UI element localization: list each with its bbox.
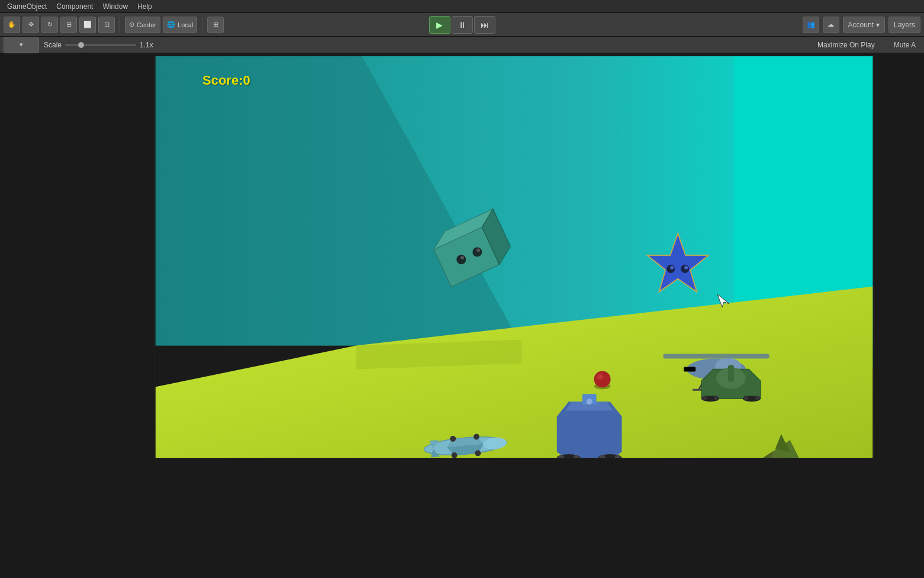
rect-tool-button[interactable]: ⬜	[79, 17, 96, 33]
svg-point-55	[714, 396, 719, 400]
space-icon: 🌐	[167, 21, 175, 28]
rotate-icon: ↻	[47, 21, 53, 28]
multi-tool-button[interactable]: ⊡	[98, 17, 115, 33]
center-pivot-button[interactable]: ⊙ Center	[125, 17, 160, 33]
step-icon: ⏭	[481, 20, 489, 30]
hand-icon: ✋	[8, 21, 16, 28]
right-toolbar: 👥 ☁ Account ▾ Layers	[803, 17, 920, 33]
separator-1	[120, 17, 120, 33]
menu-item-gameobject[interactable]: GameObject	[2, 1, 51, 12]
scale-container: Scale 1.1x	[44, 41, 153, 49]
hand-tool-button[interactable]: ✋	[4, 17, 20, 33]
collab-icon-button[interactable]: 👥	[803, 17, 819, 33]
move-tool-button[interactable]: ✥	[22, 17, 39, 33]
collab-icon: 👥	[807, 21, 815, 28]
svg-rect-44	[684, 367, 696, 371]
game-scene-svg	[155, 56, 873, 458]
play-button[interactable]: ▶	[429, 16, 450, 34]
account-dropdown-icon: ▾	[876, 21, 880, 29]
cloud-button[interactable]: ☁	[823, 17, 839, 33]
svg-point-35	[587, 399, 593, 404]
secondary-toolbar: ▾ Scale 1.1x Maximize On Play Mute A	[0, 37, 924, 53]
scale-label: Scale	[44, 41, 62, 49]
maximize-on-play-button[interactable]: Maximize On Play	[813, 40, 880, 50]
menu-item-help[interactable]: Help	[133, 1, 157, 12]
scale-value: 1.1x	[140, 41, 153, 49]
menu-bar: GameObject Component Window Help	[0, 0, 924, 13]
rect-icon: ⬜	[83, 21, 92, 28]
layers-button[interactable]: Layers	[888, 17, 920, 33]
scale-icon: ⊞	[66, 21, 72, 28]
svg-point-57	[755, 396, 760, 400]
separator-2	[202, 17, 202, 33]
local-space-button[interactable]: 🌐 Local	[163, 17, 197, 33]
pivot-icon: ⊙	[129, 21, 134, 28]
svg-point-21	[597, 374, 603, 380]
main-toolbar: ✋ ✥ ↻ ⊞ ⬜ ⊡ ⊙ Center 🌐 Local ⊞ ▶ ⏸ ⏭	[0, 13, 924, 37]
rotate-tool-button[interactable]: ↻	[41, 17, 58, 33]
svg-point-15	[670, 266, 674, 269]
scale-slider[interactable]	[65, 44, 136, 46]
scene-selector[interactable]: ▾	[4, 37, 39, 53]
space-label: Local	[178, 21, 193, 28]
scene-background: Score:0	[155, 56, 873, 458]
svg-rect-42	[663, 354, 769, 359]
svg-point-54	[702, 396, 707, 400]
cloud-icon: ☁	[828, 21, 834, 28]
play-controls: ▶ ⏸ ⏭	[429, 16, 495, 34]
pause-icon: ⏸	[458, 20, 466, 30]
grid-button[interactable]: ⊞	[207, 17, 224, 33]
layers-label: Layers	[894, 21, 915, 29]
svg-rect-51	[728, 365, 734, 381]
game-viewport: Score:0	[154, 56, 874, 458]
svg-point-20	[594, 371, 611, 387]
play-icon: ▶	[436, 20, 443, 30]
account-label: Account	[848, 21, 874, 29]
step-button[interactable]: ⏭	[474, 16, 495, 34]
svg-point-16	[684, 266, 688, 269]
scale-tool-button[interactable]: ⊞	[60, 17, 77, 33]
menu-item-window[interactable]: Window	[98, 1, 133, 12]
scale-thumb	[78, 42, 84, 48]
grid-icon: ⊞	[213, 21, 218, 28]
move-icon: ✥	[28, 21, 34, 28]
scene-dropdown-icon: ▾	[20, 41, 23, 49]
multi-icon: ⊡	[104, 21, 110, 28]
account-button[interactable]: Account ▾	[843, 17, 885, 33]
menu-item-component[interactable]: Component	[51, 1, 98, 12]
pause-button[interactable]: ⏸	[452, 16, 473, 34]
pivot-label: Center	[137, 21, 156, 28]
score-display: Score:0	[202, 73, 250, 88]
right-secondary-controls: Maximize On Play Mute A	[813, 40, 920, 50]
mute-audio-button[interactable]: Mute A	[889, 40, 920, 50]
svg-point-56	[743, 396, 748, 400]
